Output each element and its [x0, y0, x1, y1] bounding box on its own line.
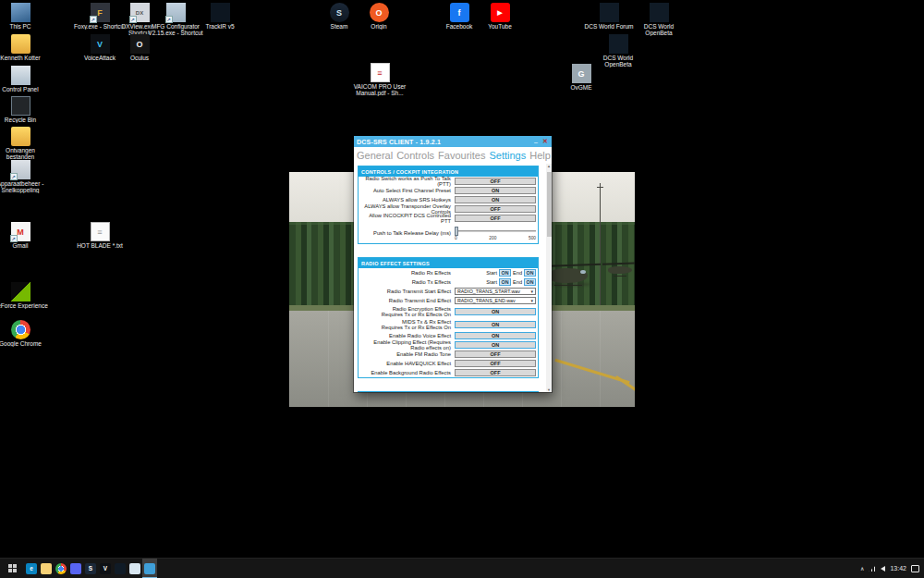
taskbar-apps: eSV: [24, 559, 157, 578]
system-tray: ∧ 13:42: [860, 559, 924, 578]
srs-client-window: DCS-SRS CLIENT - 1.9.2.1 – ✕ GeneralCont…: [354, 136, 552, 392]
desktop-icon-origin[interactable]: OOrigin: [351, 3, 407, 30]
setting-label: Radio Rx Effects: [359, 270, 455, 276]
network-icon[interactable]: [869, 565, 876, 572]
tab-help[interactable]: Help: [529, 150, 551, 161]
desktop-icon-hot-blade-txt[interactable]: ≡HOT BLADE *.txt: [72, 222, 128, 249]
ptt-delay-row: Push to Talk Release Delay (ms)0200500: [359, 223, 538, 243]
toggle-button[interactable]: OFF: [455, 360, 536, 367]
toggle-button[interactable]: ON: [455, 187, 536, 194]
desktop-icon-this-pc[interactable]: This PC: [0, 3, 48, 30]
setting-control: OFF: [455, 360, 536, 367]
start-button[interactable]: [0, 559, 24, 578]
toggle-button[interactable]: ON: [455, 321, 536, 328]
start-end-toggles: StartONEndON: [455, 269, 536, 277]
desktop-icon-dcs-world-forum[interactable]: DCS World Forum: [581, 3, 637, 30]
toggle-button[interactable]: OFF: [455, 215, 536, 222]
ptt-delay-slider[interactable]: 0200500: [455, 226, 536, 241]
setting-control: OFF: [455, 215, 536, 222]
dropdown[interactable]: RADIO_TRANS_END.wav▾: [455, 297, 536, 304]
taskbar-item-dcs-world[interactable]: [113, 559, 128, 578]
taskbar-item-voiceattack[interactable]: V: [98, 559, 113, 578]
desktop: This PCKenneth KotterControl PanelRecycl…: [0, 0, 924, 578]
photo-light-pole: [600, 183, 601, 305]
toggle-button[interactable]: ON: [455, 196, 536, 203]
desktop-icon-ontvangen-bestanden[interactable]: Ontvangen bestanden: [0, 127, 48, 160]
slider-thumb[interactable]: [455, 227, 458, 236]
dcs-world-icon: [115, 563, 126, 574]
setting-label: Radio Transmit Start Effect: [359, 289, 455, 294]
desktop-icon-apparaatbeheer[interactable]: Apparaatbeheer - Snelkoppeling: [0, 160, 48, 193]
scrollbar[interactable]: ▲ ▼: [546, 164, 552, 392]
taskbar-item-srs-client[interactable]: [142, 559, 157, 578]
desktop-icon-dcs-world-openbeta-2[interactable]: DCS World OpenBeta: [590, 34, 646, 68]
setting-row: Auto Select First Channel PresetON: [359, 186, 538, 195]
this-pc-icon: [11, 3, 30, 22]
hot-blade-txt-icon: ≡: [91, 222, 110, 241]
setting-control: RADIO_TRANS_START.wav▾: [455, 288, 536, 295]
desktop-icon-google-chrome[interactable]: Google Chrome: [0, 320, 48, 347]
desktop-icon-label: GeForce Experience: [0, 302, 48, 309]
tray-expand-chevron-icon[interactable]: ∧: [860, 565, 864, 572]
taskbar-item-notepad[interactable]: [128, 559, 142, 578]
titlebar[interactable]: DCS-SRS CLIENT - 1.9.2.1 – ✕: [354, 136, 552, 147]
end-toggle[interactable]: ON: [524, 278, 536, 286]
minimize-button[interactable]: –: [531, 139, 541, 145]
setting-row: Radio Transmit End EffectRADIO_TRANS_END…: [359, 296, 538, 305]
toggle-button[interactable]: OFF: [455, 178, 536, 185]
dropdown[interactable]: RADIO_TRANS_START.wav▾: [455, 288, 536, 295]
setting-control: StartONEndON: [455, 278, 536, 286]
toggle-button[interactable]: ON: [455, 308, 536, 315]
toggle-button[interactable]: OFF: [455, 369, 536, 376]
desktop-icon-recycle-bin[interactable]: Recycle Bin: [0, 96, 48, 123]
end-toggle[interactable]: ON: [524, 269, 536, 277]
taskbar-item-chrome[interactable]: [54, 559, 68, 578]
desktop-icon-trackir-v5[interactable]: TrackIR v5: [192, 3, 248, 30]
taskbar-item-steam[interactable]: S: [83, 559, 98, 578]
desktop-icon-vaicom-manual[interactable]: ≡VAICOM PRO User Manual.pdf - Sh...: [352, 63, 407, 96]
windows-logo-icon: [8, 564, 17, 572]
taskbar-item-edge[interactable]: e: [24, 559, 39, 578]
desktop-icon-geforce-experience[interactable]: GeForce Experience: [0, 282, 48, 309]
close-button[interactable]: ✕: [541, 138, 550, 145]
desktop-icon-dcs-world-openbeta-1[interactable]: DCS World OpenBeta: [631, 3, 687, 36]
clock[interactable]: 13:42: [890, 565, 906, 572]
tab-general[interactable]: General: [357, 150, 393, 161]
scroll-up-icon[interactable]: ▲: [547, 164, 551, 168]
desktop-icon-youtube[interactable]: ▶YouTube: [472, 3, 528, 30]
gmail-icon: M: [11, 222, 30, 241]
start-toggle[interactable]: ON: [499, 278, 511, 286]
tab-settings[interactable]: Settings: [489, 150, 526, 161]
start-toggle[interactable]: ON: [499, 269, 511, 277]
scrollbar-thumb[interactable]: [547, 172, 552, 237]
desktop-icon-label: Control Panel: [0, 86, 48, 92]
desktop-icon-kenneth-kotter[interactable]: Kenneth Kotter: [0, 34, 48, 61]
helicopter-canopy: [580, 270, 586, 274]
setting-control: OFF: [455, 369, 536, 376]
chrome-icon: [55, 563, 67, 574]
desktop-icon-oculus[interactable]: OOculus: [112, 34, 167, 61]
taskbar-item-discord[interactable]: [68, 559, 83, 578]
slider-ticks: 0200500: [455, 236, 536, 240]
ovgme-icon: G: [572, 64, 591, 83]
toggle-button[interactable]: OFF: [455, 350, 536, 358]
taskbar-item-file-explorer[interactable]: [39, 559, 54, 578]
toggle-button[interactable]: ON: [455, 332, 536, 339]
desktop-icon-control-panel[interactable]: Control Panel: [0, 66, 48, 92]
volume-icon[interactable]: [881, 566, 885, 572]
setting-control: ON: [455, 341, 536, 349]
kenneth-kotter-icon: [11, 34, 30, 54]
scroll-down-icon[interactable]: ▼: [547, 387, 551, 392]
desktop-icon-ovgme[interactable]: GOvGME: [553, 64, 609, 91]
toggle-button[interactable]: OFF: [455, 205, 536, 213]
tab-controls[interactable]: Controls: [396, 150, 434, 161]
trackir-v5-icon: [211, 3, 230, 22]
google-chrome-icon: [11, 320, 30, 339]
setting-control: ON: [455, 321, 536, 328]
action-center-icon[interactable]: [911, 565, 919, 572]
setting-row: Enable Clipping Effect (Requires Radio e…: [359, 340, 538, 350]
setting-control: OFF: [455, 350, 536, 358]
desktop-icon-gmail[interactable]: MGmail: [0, 222, 48, 249]
toggle-button[interactable]: ON: [455, 341, 536, 349]
tab-favourites[interactable]: Favourites: [438, 150, 485, 161]
